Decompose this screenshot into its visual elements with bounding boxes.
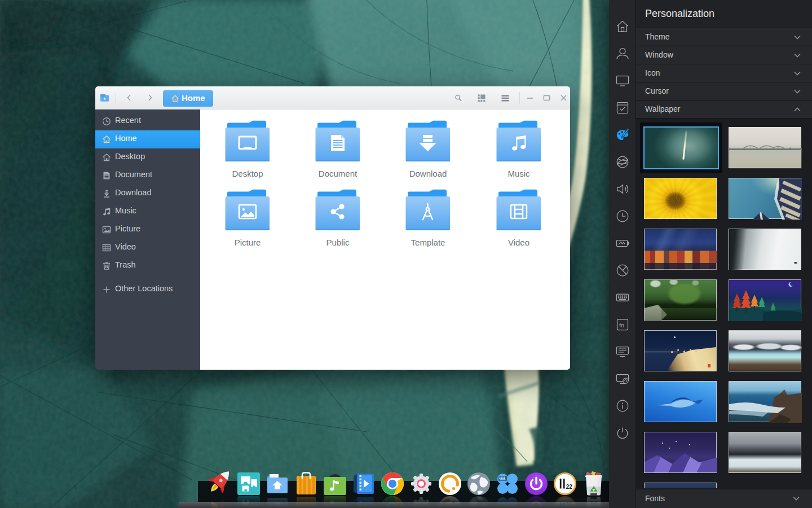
- svg-text:22: 22: [566, 484, 573, 490]
- svg-text:fn: fn: [619, 322, 624, 329]
